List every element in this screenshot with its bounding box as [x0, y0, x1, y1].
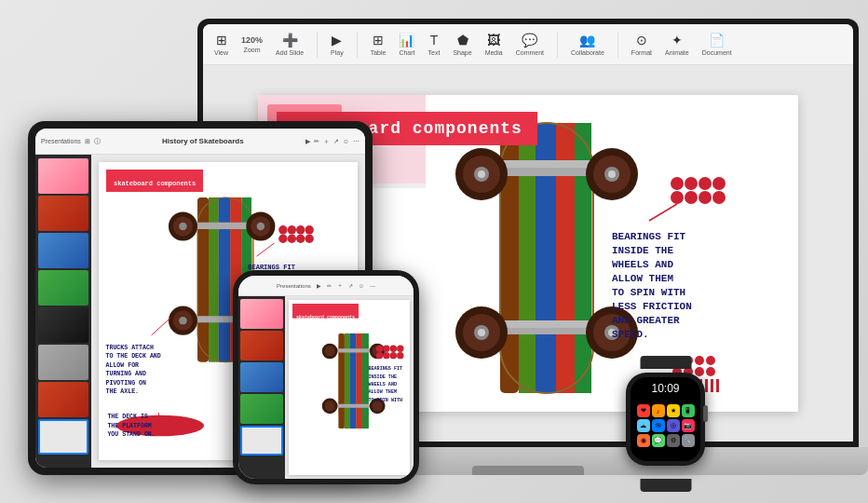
- play-icon: ▶: [332, 33, 342, 48]
- slide-thumbnail-5[interactable]: [38, 307, 88, 343]
- iphone-thumb-4[interactable]: [240, 394, 283, 424]
- svg-point-19: [608, 170, 616, 178]
- ipad-slide-title-box: skateboard components: [106, 170, 203, 192]
- play-icon[interactable]: ▶: [305, 138, 310, 145]
- slide-thumbnail-1[interactable]: [38, 158, 88, 194]
- svg-point-34: [698, 191, 712, 204]
- iphone-presentations-label: Presentations: [277, 283, 311, 289]
- comment-button[interactable]: 💬 Comment: [512, 33, 548, 56]
- info-icon[interactable]: ⓘ: [94, 137, 101, 146]
- collaborate-button[interactable]: 👥 Collaborate: [567, 33, 608, 56]
- svg-point-139: [397, 352, 403, 359]
- watch-app-mail[interactable]: ✉: [652, 419, 665, 432]
- iphone-share-icon[interactable]: ↗: [348, 282, 353, 289]
- svg-point-30: [698, 177, 712, 190]
- text-icon: T: [430, 33, 439, 48]
- dots-icon[interactable]: ⋯: [353, 138, 359, 145]
- zoom-control[interactable]: 120% Zoom: [237, 35, 266, 53]
- slide-thumbnail-7[interactable]: [38, 382, 88, 417]
- svg-rect-60: [716, 379, 719, 392]
- watch-app-tools[interactable]: 🔧: [682, 434, 695, 447]
- ipad-title: History of Skateboards: [104, 137, 302, 145]
- svg-point-88: [296, 225, 305, 234]
- watch-app-music[interactable]: ♪: [652, 404, 665, 417]
- watch-band-top: [640, 356, 691, 369]
- iphone-main-area[interactable]: skateboard components: [285, 296, 414, 479]
- table-button[interactable]: ⊞ Table: [367, 33, 390, 56]
- watch-crown: [703, 405, 708, 422]
- iphone-thumb-3[interactable]: [240, 362, 283, 392]
- iphone-thumb-5-active[interactable]: [240, 426, 283, 455]
- pencil-icon[interactable]: ✏: [314, 138, 319, 145]
- add-slide-button[interactable]: ➕ Add Slide: [272, 33, 307, 56]
- watch-app-settings[interactable]: ⚙: [667, 434, 680, 447]
- add-icon[interactable]: ＋: [323, 137, 330, 146]
- iphone-emoji-icon[interactable]: ☺: [359, 283, 364, 289]
- watch-app-camera[interactable]: 📷: [682, 419, 695, 432]
- slide-thumbnail-4[interactable]: [38, 270, 88, 306]
- iphone-screen: Presentations ▶ ✏ ＋ ↗ ☺ ⋯ skateboard com…: [238, 276, 414, 479]
- format-button[interactable]: ⊙ Format: [628, 33, 656, 56]
- emoji-icon[interactable]: ☺: [343, 138, 349, 144]
- svg-rect-123: [332, 404, 374, 408]
- iphone-pencil-icon[interactable]: ✏: [327, 282, 332, 289]
- watch-app-star[interactable]: ★: [667, 404, 680, 417]
- document-button[interactable]: 📄 Document: [698, 33, 736, 56]
- watch-app-weather[interactable]: ☁: [637, 419, 650, 432]
- svg-text:AND GREATER: AND GREATER: [612, 315, 680, 326]
- svg-point-92: [296, 235, 305, 243]
- svg-text:THE PLATFORM: THE PLATFORM: [107, 423, 151, 429]
- view-button[interactable]: ⊞ View: [210, 33, 232, 56]
- watch-app-maps[interactable]: ◎: [667, 419, 680, 432]
- iphone-add-icon[interactable]: ＋: [337, 281, 343, 290]
- iphone-more-icon[interactable]: ⋯: [370, 282, 375, 289]
- chart-icon: 📊: [399, 33, 414, 48]
- svg-text:PIVOTING ON: PIVOTING ON: [106, 380, 146, 387]
- play-button[interactable]: ▶ Play: [327, 33, 347, 56]
- svg-text:ALLOW FOR: ALLOW FOR: [106, 362, 140, 369]
- ipad-slide-panel[interactable]: [35, 155, 91, 468]
- svg-text:ALLOW THEM: ALLOW THEM: [612, 273, 673, 284]
- svg-rect-68: [219, 197, 231, 362]
- slide-thumbnail-3[interactable]: [38, 233, 88, 268]
- svg-text:INSIDE THE: INSIDE THE: [368, 374, 397, 380]
- shape-icon: ⬟: [457, 33, 468, 48]
- slide-thumbnail-6[interactable]: [38, 345, 88, 380]
- iphone-thumb-1[interactable]: [240, 299, 283, 329]
- iphone-slide[interactable]: skateboard components: [289, 300, 410, 475]
- slide-thumbnail-8-active[interactable]: [38, 419, 88, 455]
- add-slide-icon: ➕: [282, 33, 298, 48]
- svg-point-125: [325, 346, 335, 356]
- svg-point-33: [685, 191, 698, 204]
- svg-point-79: [257, 223, 264, 230]
- document-icon: 📄: [709, 33, 725, 48]
- table-icon: ⊞: [373, 33, 384, 48]
- iphone-play-icon[interactable]: ▶: [317, 282, 321, 289]
- animate-button[interactable]: ✦ Animate: [661, 33, 693, 56]
- svg-point-23: [478, 329, 485, 336]
- iphone-thumb-2[interactable]: [240, 331, 283, 360]
- view-icon[interactable]: ⊞: [85, 138, 90, 145]
- chart-button[interactable]: 📊 Chart: [395, 33, 418, 56]
- toolbar-divider-3: [557, 32, 558, 58]
- shape-button[interactable]: ⬟ Shape: [449, 33, 475, 56]
- svg-rect-66: [197, 197, 209, 362]
- watch-app-phone[interactable]: 📱: [682, 404, 695, 417]
- svg-text:WHEELS AND: WHEELS AND: [612, 259, 673, 270]
- svg-point-31: [712, 177, 726, 190]
- slide-thumbnail-2[interactable]: [38, 196, 88, 231]
- watch-screen: 10:09 ❤ ♪ ★ 📱 ☁ ✉ ◎ 📷 ◉ 💬 ⚙ 🔧: [631, 377, 700, 461]
- svg-point-93: [305, 235, 313, 243]
- svg-rect-121: [362, 333, 369, 428]
- presentations-button[interactable]: Presentations: [41, 138, 81, 144]
- text-button[interactable]: T Text: [425, 33, 444, 56]
- svg-text:TURNING AND: TURNING AND: [106, 371, 146, 377]
- media-button[interactable]: 🖼 Media: [481, 33, 507, 56]
- share-icon[interactable]: ↗: [333, 138, 339, 145]
- watch-app-messages[interactable]: 💬: [652, 434, 665, 447]
- apple-watch: 10:09 ❤ ♪ ★ 📱 ☁ ✉ ◎ 📷 ◉ 💬 ⚙ 🔧: [617, 363, 714, 484]
- iphone-slide-panel[interactable]: [238, 296, 285, 479]
- watch-app-heart[interactable]: ❤: [637, 404, 650, 417]
- watch-app-activity[interactable]: ◉: [637, 434, 650, 447]
- svg-text:SPEED.: SPEED.: [612, 329, 649, 340]
